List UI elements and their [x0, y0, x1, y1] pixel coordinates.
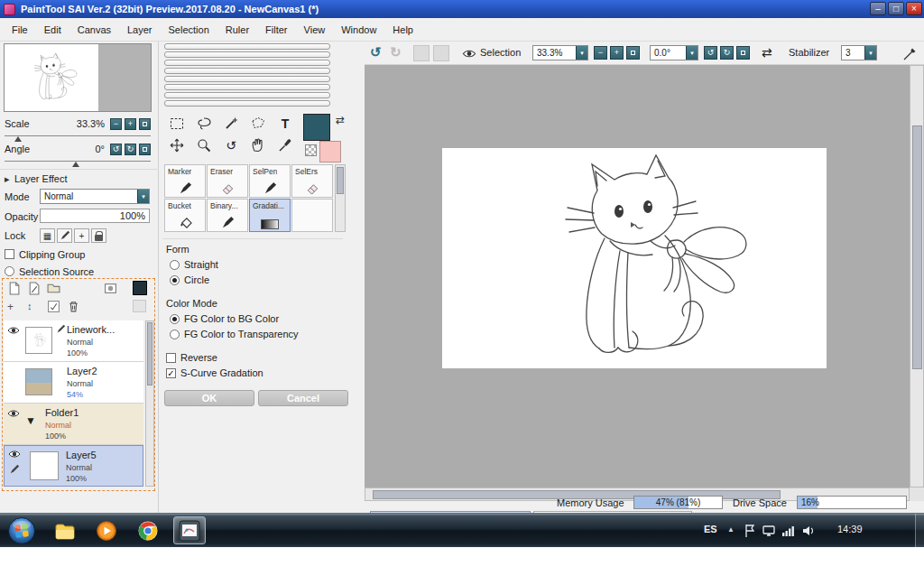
opacity-slider[interactable]: 100%: [40, 209, 150, 223]
scale-slider-thumb[interactable]: [14, 136, 22, 142]
visibility-eye-icon[interactable]: [8, 450, 21, 459]
titlebar[interactable]: PaintTool SAI Ver.2 (32bit) Preview.2017…: [0, 0, 924, 18]
layer-list-scrollbar-thumb[interactable]: [147, 322, 152, 385]
stabilizer-select[interactable]: 3 ▼: [841, 45, 877, 60]
disabled-tool-button[interactable]: [433, 45, 449, 61]
lock-move-button[interactable]: +: [74, 228, 89, 243]
color-slider-bar[interactable]: [164, 43, 330, 50]
rotate-ccw-button[interactable]: ↺: [110, 144, 122, 155]
tray-expand-icon[interactable]: ▲: [727, 525, 735, 534]
device-icon[interactable]: [762, 524, 776, 538]
disabled-tool-button[interactable]: [413, 45, 430, 61]
menu-view[interactable]: View: [296, 19, 334, 41]
extra-layer-button[interactable]: [133, 300, 146, 312]
brush-bucket[interactable]: Bucket: [164, 199, 206, 232]
menu-layer[interactable]: Layer: [119, 19, 161, 41]
minimize-button[interactable]: –: [870, 2, 886, 15]
menu-window[interactable]: Window: [333, 19, 384, 41]
menu-help[interactable]: Help: [384, 19, 421, 41]
lock-all-button[interactable]: [91, 228, 106, 243]
brush-marker[interactable]: Marker: [164, 164, 206, 198]
close-button[interactable]: ×: [906, 2, 922, 15]
scale-slider[interactable]: [5, 135, 151, 136]
stabilizer-dropdown-icon[interactable]: ▼: [864, 46, 876, 60]
color-slider-bar[interactable]: [164, 84, 330, 90]
canvas[interactable]: [442, 148, 827, 368]
canvas-zoom-reset-button[interactable]: [626, 46, 640, 60]
angle-dropdown-icon[interactable]: ▼: [686, 46, 698, 60]
new-linework-layer-button[interactable]: [27, 282, 41, 297]
cancel-button[interactable]: Cancel: [258, 390, 348, 406]
visibility-eye-icon[interactable]: [7, 326, 20, 335]
taskbar-media-player-button[interactable]: [90, 516, 123, 544]
zoom-out-button[interactable]: −: [110, 118, 122, 130]
folder-expand-icon[interactable]: ▼: [25, 414, 36, 427]
brush-eraser[interactable]: Eraser: [207, 164, 248, 198]
lock-transparency-button[interactable]: ▦: [40, 228, 55, 243]
zoom-percent-select[interactable]: 33.3% ▼: [532, 45, 588, 60]
rect-select-tool[interactable]: [166, 114, 188, 134]
taskbar-chrome-button[interactable]: [132, 516, 164, 544]
redo-button[interactable]: ↻: [390, 44, 402, 60]
poly-select-tool[interactable]: [247, 114, 269, 134]
navigator-preview[interactable]: [4, 43, 152, 112]
brush-palette-scrollbar-thumb[interactable]: [337, 167, 344, 194]
taskbar-explorer-button[interactable]: [49, 516, 81, 544]
canvas-zoom-in-button[interactable]: +: [610, 46, 624, 60]
lasso-tool[interactable]: [193, 114, 215, 134]
speaker-icon[interactable]: [801, 524, 816, 538]
color-slider-bar[interactable]: [164, 68, 330, 74]
move-tool[interactable]: [166, 135, 188, 155]
start-button[interactable]: [7, 516, 36, 545]
zoom-in-button[interactable]: +: [125, 118, 136, 130]
selection-source-radio[interactable]: [5, 266, 14, 276]
menu-filter[interactable]: Filter: [257, 19, 295, 41]
form-straight-radio[interactable]: [170, 260, 180, 270]
zoom-reset-button[interactable]: [139, 118, 151, 130]
maximize-button[interactable]: □: [888, 2, 904, 15]
rotate-cw-button[interactable]: ↻: [125, 144, 136, 155]
zoom-tool[interactable]: [193, 135, 215, 155]
reverse-checkbox[interactable]: [166, 353, 176, 363]
layer-row-layer2[interactable]: Layer2 Normal 54%: [4, 362, 143, 404]
magic-wand-tool[interactable]: [220, 114, 242, 134]
canvas-rotate-cw-button[interactable]: ↻: [720, 46, 734, 60]
merge-layer-button[interactable]: ↕: [27, 301, 32, 311]
layer-options-button[interactable]: [133, 281, 147, 295]
canvas-vscrollbar-thumb[interactable]: [912, 125, 922, 369]
text-tool[interactable]: T: [274, 114, 296, 134]
network-signal-icon[interactable]: [781, 524, 796, 538]
s-curve-checkbox[interactable]: ✓: [166, 368, 176, 378]
color-slider-bar[interactable]: [164, 100, 330, 107]
color-slider-bar[interactable]: [164, 51, 330, 58]
layer-row-folder1[interactable]: ▼ Folder1 Normal 100%: [4, 404, 143, 445]
new-folder-button[interactable]: [47, 282, 60, 297]
language-indicator[interactable]: ES: [704, 524, 717, 534]
canvas-rotate-ccw-button[interactable]: ↺: [704, 46, 717, 60]
layer-list-scrollbar[interactable]: [145, 320, 154, 487]
rotate-view-tool[interactable]: ↺: [220, 135, 242, 155]
selection-visibility-icon[interactable]: [462, 49, 476, 59]
menu-file[interactable]: File: [4, 19, 36, 41]
menu-edit[interactable]: Edit: [36, 19, 69, 41]
canvas-zoom-out-button[interactable]: −: [594, 46, 607, 60]
layer-mask-button[interactable]: [104, 282, 117, 297]
taskbar-sai-button-active[interactable]: [173, 516, 206, 544]
brush-selers[interactable]: SelErs: [291, 164, 333, 198]
visibility-eye-icon[interactable]: [7, 409, 20, 418]
fg-to-transparency-radio[interactable]: [170, 330, 180, 339]
show-desktop-button[interactable]: [915, 514, 924, 548]
undo-button[interactable]: ↺: [370, 44, 382, 60]
form-circle-radio[interactable]: [170, 275, 180, 285]
lock-paint-button[interactable]: [57, 228, 72, 243]
fg-to-bg-radio[interactable]: [170, 314, 180, 324]
canvas-vscrollbar[interactable]: [910, 65, 924, 488]
brush-empty-slot[interactable]: [291, 199, 333, 232]
blend-mode-dropdown-icon[interactable]: ▼: [137, 190, 149, 203]
hand-tool[interactable]: [247, 135, 269, 155]
menu-ruler[interactable]: Ruler: [217, 19, 257, 41]
canvas-angle-reset-button[interactable]: [736, 46, 750, 60]
canvas-viewport[interactable]: [365, 65, 910, 488]
layer-effect-header[interactable]: Layer Effect: [14, 173, 68, 184]
delete-layer-button[interactable]: [67, 300, 80, 315]
